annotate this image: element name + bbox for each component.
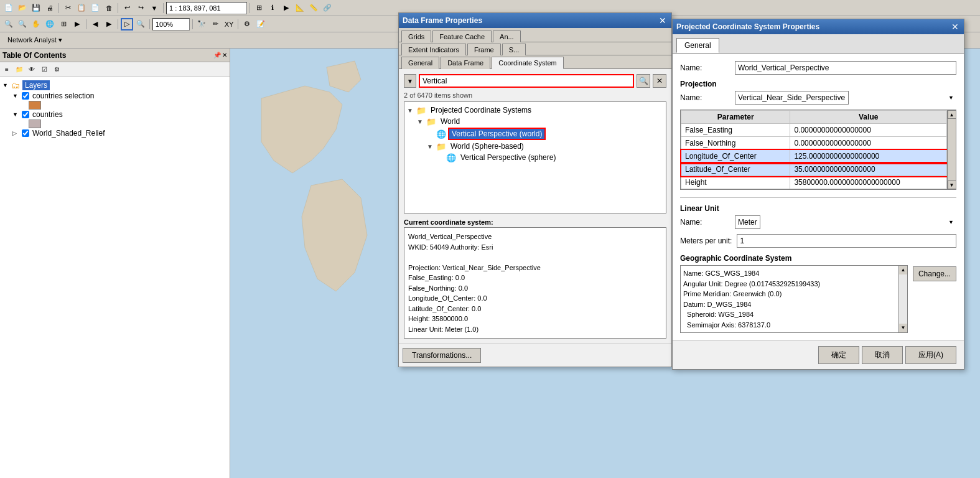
pcrs-confirm-btn[interactable]: 确定 [818,346,859,364]
network-analyst-label[interactable]: Network Analyst ▾ [2,36,67,44]
pan-btn[interactable]: ✋ [30,18,42,30]
undo-btn[interactable]: ↩ [121,2,133,14]
search-clear-btn[interactable]: ✕ [653,74,666,88]
geo-cs-text-box: Name: GCS_WGS_1984 Angular Unit: Degree … [680,265,908,333]
toc-layers-root[interactable]: ▼ 🗂 Layers [2,80,227,91]
pcrs-close-btn[interactable]: ✕ [950,22,960,32]
search-input[interactable] [419,74,634,88]
select-btn[interactable]: ▶ [280,2,292,14]
dfp-tab-extent[interactable]: Extent Indicators [401,44,466,55]
list-by-drawing-order-btn[interactable]: ≡ [1,64,12,75]
param-false-easting: False_Easting [681,124,790,137]
cs-vert-persp-sphere[interactable]: 🌐 Vertical Perspective (sphere) [437,152,663,163]
pcrs-tab-general[interactable]: General [676,38,719,53]
dfp-tab-dataframe[interactable]: Data Frame [441,57,490,69]
redo-btn[interactable]: ↪ [134,2,147,14]
dfp-tab-an[interactable]: An... [493,30,521,42]
geo-cs-section-label: Geographic Coordinate System [680,254,956,263]
countries-checkbox[interactable] [22,111,29,118]
arrow-tool[interactable]: ▷ [121,18,133,30]
lu-name-row: Name: Meter [680,215,956,229]
toc-pin-btn[interactable]: 📌 [213,52,221,59]
xy-btn[interactable]: XY [223,18,235,30]
dfp-tab-general[interactable]: General [401,57,439,69]
identify-btn[interactable]: ℹ [266,2,279,14]
search-filter-btn[interactable]: ▼ [404,74,416,88]
globe-btn[interactable]: 🌐 [44,18,56,30]
toc-toolbar: ≡ 📁 👁 ☑ ⚙ [0,62,230,77]
scale-btn[interactable]: 📐 [294,2,306,14]
dfp-close-btn[interactable]: ✕ [658,16,668,26]
options-btn[interactable]: ⚙ [51,64,62,75]
transformations-btn[interactable]: Transformations... [403,348,481,363]
val-false-northing[interactable]: 0.00000000000000000 [790,137,947,150]
expand-layers-icon[interactable]: ▼ [2,82,9,88]
back-btn[interactable]: ◀ [89,18,101,30]
world-expand-icon[interactable]: ▼ [417,118,424,125]
full-extent-btn[interactable]: ⊞ [57,18,70,30]
zoom-in-btn[interactable]: 🔍 [2,18,15,30]
copy-btn[interactable]: 📋 [75,2,88,14]
open-btn[interactable]: 📂 [16,2,29,14]
expand-wsr-icon[interactable]: ▷ [12,130,19,136]
search-go-btn[interactable]: 🔍 [637,74,650,88]
vp-world-label[interactable]: Vertical Perspective (world) [448,128,546,140]
world-shaded-checkbox[interactable] [22,129,29,137]
dfp-tabs2: Extent Indicators Frame S... [399,42,671,55]
fwd-btn[interactable]: ▶ [103,18,115,30]
val-latitude[interactable]: 35.00000000000000000 [790,163,947,176]
print-btn[interactable]: 🖨 [44,2,56,14]
sep5 [86,19,86,29]
expand-cs-icon[interactable]: ▼ [12,93,19,99]
scroll-down-btn[interactable]: ▼ [948,180,956,189]
scroll-up-btn[interactable]: ▲ [948,110,956,119]
dfp-tab-coordsys[interactable]: Coordinate System [492,57,564,69]
expand-c-icon[interactable]: ▼ [12,111,19,118]
select-tool-btn[interactable]: ▶ [71,18,83,30]
geo-cs-scroll-down[interactable]: ▼ [899,324,907,332]
binoculars-btn[interactable]: 🔭 [195,18,208,30]
pcrs-apply-btn[interactable]: 应用(A) [905,346,956,364]
cs-world-sphere-folder: ▼ 📁 World (Sphere-based) [427,141,663,152]
lu-mpu-input[interactable] [737,234,956,248]
measure-btn[interactable]: 📏 [307,2,320,14]
info-tool[interactable]: 🔍 [134,18,147,30]
toc-item-countries-selection[interactable]: ▼ countries selection [12,91,227,101]
toc-item-world-shaded[interactable]: ▷ World_Shaded_Relief [12,128,227,138]
dfp-tab-grids[interactable]: Grids [401,30,431,42]
delete-btn[interactable]: 🗑 [103,2,115,14]
pcrs-cancel-btn[interactable]: 取消 [862,346,903,364]
zoom-out-btn[interactable]: 🔍 [16,18,29,30]
list-by-source-btn[interactable]: 📁 [14,64,25,75]
save-btn[interactable]: 💾 [30,2,42,14]
dfp-tab-frame[interactable]: Frame [467,44,501,55]
list-by-selection-btn[interactable]: ☑ [39,64,50,75]
sphere-expand-icon[interactable]: ▼ [427,143,434,150]
geo-cs-scroll-up[interactable]: ▲ [899,266,907,274]
editor2-btn[interactable]: 📝 [254,18,267,30]
proj-name-select[interactable]: Vertical_Near_Side_Perspective [735,91,849,105]
dfp-tab-s[interactable]: S... [502,44,526,55]
toc-item-countries[interactable]: ▼ countries [12,110,227,120]
pcrs-name-input[interactable] [735,61,956,75]
cut-btn[interactable]: ✂ [62,2,74,14]
lu-name-select[interactable]: Meter [735,215,760,229]
hyperlink-btn[interactable]: 🔗 [321,2,334,14]
dfp-tab-feature-cache[interactable]: Feature Cache [432,30,492,42]
change-btn[interactable]: Change... [913,266,956,281]
root-expand-icon[interactable]: ▼ [407,107,414,114]
new-btn[interactable]: 📄 [2,2,15,14]
val-height[interactable]: 35800000.00000000000000000 [790,176,947,189]
list-by-visibility-btn[interactable]: 👁 [26,64,37,75]
val-false-easting[interactable]: 0.00000000000000000 [790,124,947,137]
countries-selection-checkbox[interactable] [22,92,29,100]
paste-btn[interactable]: 📄 [89,2,101,14]
lu-section-label: Linear Unit [680,204,956,213]
more-tools-btn[interactable]: ⚙ [241,18,253,30]
cs-vert-persp-world[interactable]: 🌐 Vertical Perspective (world) [427,127,663,141]
snap-btn[interactable]: ⊞ [253,2,265,14]
toc-close-btn[interactable]: ✕ [222,52,227,59]
editor-btn[interactable]: ✏ [209,18,222,30]
val-longitude[interactable]: 125.00000000000000000 [790,150,947,163]
redo2-btn[interactable]: ▼ [148,2,161,14]
